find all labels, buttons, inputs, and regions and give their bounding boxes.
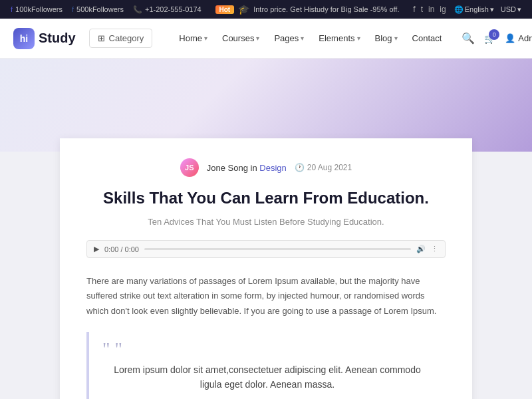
- main-nav: Home ▾ Courses ▾ Pages ▾ Elements ▾ Blog…: [172, 28, 448, 49]
- article-meta: JS Jone Song in Design 🕐 20 Aug 2021: [86, 158, 446, 177]
- facebook-icon[interactable]: f: [413, 5, 415, 14]
- grid-icon: ⊞: [98, 33, 105, 43]
- audio-time: 0:00 / 0:00: [104, 245, 139, 253]
- nav-elements[interactable]: Elements ▾: [312, 28, 366, 49]
- top-bar-left: f 100kFollowers f 500kFollowers 📞 +1-202…: [11, 5, 201, 14]
- audio-progress-bar[interactable]: [144, 248, 411, 250]
- header-actions: 🔍 🛒 0 👤 Admin Enroll Now: [462, 23, 532, 54]
- social-icons: f t in ig: [413, 5, 446, 14]
- hero-banner: [0, 59, 532, 152]
- linkedin-icon[interactable]: in: [428, 5, 434, 14]
- user-icon: 👤: [505, 33, 515, 43]
- author-name: Jone Song in Design: [207, 163, 287, 173]
- instagram-icon[interactable]: ig: [440, 5, 446, 14]
- blockquote-text: Lorem ipsum dolor sit amet,consectetuer …: [102, 362, 432, 392]
- nav-courses[interactable]: Courses ▾: [215, 28, 266, 49]
- top-bar: f 100kFollowers f 500kFollowers 📞 +1-202…: [0, 0, 532, 19]
- clock-icon: 🕐: [295, 163, 305, 172]
- top-bar-center: Hot 🎓 Intro price. Get Histudy for Big S…: [215, 4, 400, 15]
- nav-home[interactable]: Home ▾: [172, 28, 214, 49]
- lang-currency: 🌐 English ▾ USD ▾: [454, 5, 521, 14]
- volume-icon[interactable]: 🔊: [416, 245, 426, 253]
- chevron-down-icon: ▾: [394, 35, 398, 42]
- nav-pages[interactable]: Pages ▾: [267, 28, 311, 49]
- article-date: 🕐 20 Aug 2021: [295, 163, 352, 172]
- phone: 📞 +1-202-555-0174: [133, 5, 201, 14]
- cart-badge: 0: [489, 29, 499, 40]
- language-selector[interactable]: 🌐 English ▾: [454, 5, 494, 14]
- followers-500k: f 500kFollowers: [72, 5, 124, 13]
- author-category: Design: [259, 163, 286, 173]
- twitter-icon[interactable]: t: [421, 5, 423, 14]
- blockquote: " " Lorem ipsum dolor sit amet,consectet…: [86, 332, 446, 399]
- content-wrapper: JS Jone Song in Design 🕐 20 Aug 2021 Ski…: [0, 152, 532, 399]
- currency-selector[interactable]: USD ▾: [501, 5, 521, 14]
- nav-contact[interactable]: Contact: [406, 28, 449, 49]
- top-bar-right: f t in ig 🌐 English ▾ USD ▾: [413, 5, 521, 14]
- logo-icon: hi: [13, 28, 35, 49]
- promo-text: Intro price. Get Histudy for Big Sale -9…: [253, 5, 399, 13]
- logo[interactable]: hi Study: [13, 28, 76, 49]
- quote-marks: " ": [102, 340, 432, 358]
- avatar: JS: [180, 158, 199, 177]
- header: hi Study ⊞ Category Home ▾ Courses ▾ Pag…: [0, 19, 532, 59]
- more-options-icon[interactable]: ⋮: [431, 245, 438, 253]
- admin-link[interactable]: 👤 Admin: [505, 33, 532, 43]
- chevron-down-icon: ▾: [301, 35, 304, 42]
- article-card: JS Jone Song in Design 🕐 20 Aug 2021 Ski…: [60, 138, 472, 399]
- chevron-down-icon: ▾: [256, 35, 259, 42]
- followers-100k: f 100kFollowers: [11, 5, 63, 13]
- logo-text: Study: [39, 31, 76, 46]
- article-title: Skills That You Can Learn From Education…: [86, 188, 446, 209]
- search-icon[interactable]: 🔍: [462, 32, 475, 45]
- nav-blog[interactable]: Blog ▾: [368, 28, 404, 49]
- article-body-text: There are many variations of passages of…: [86, 274, 446, 318]
- article-subtitle: Ten Advices That You Must Listen Before …: [86, 217, 446, 227]
- chevron-down-icon: ▾: [204, 35, 207, 42]
- category-button[interactable]: ⊞ Category: [89, 29, 153, 48]
- audio-player[interactable]: ▶ 0:00 / 0:00 🔊 ⋮: [86, 240, 446, 258]
- cart-button[interactable]: 🛒 0: [484, 33, 495, 44]
- play-button[interactable]: ▶: [94, 245, 99, 253]
- hot-badge: Hot: [215, 5, 235, 14]
- chevron-down-icon: ▾: [357, 35, 360, 42]
